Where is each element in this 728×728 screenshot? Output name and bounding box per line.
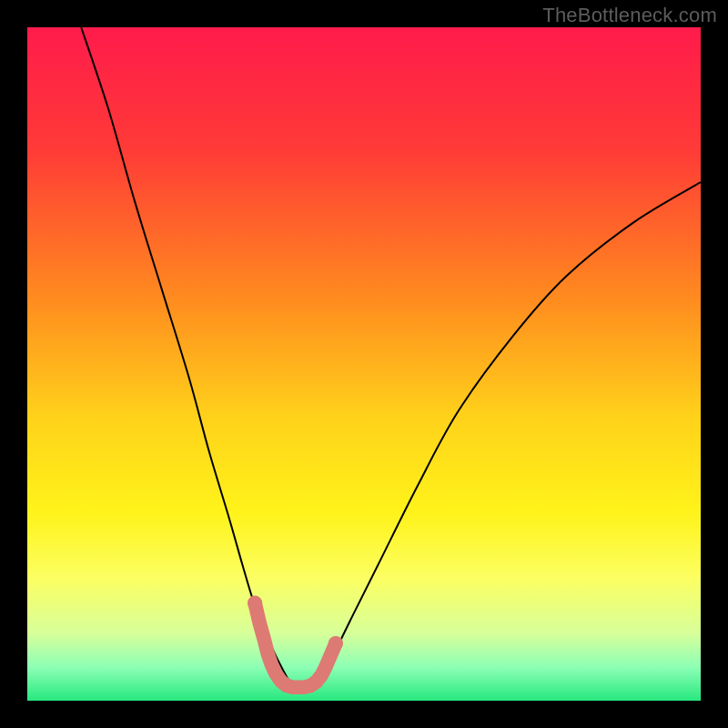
bottleneck-curve [81, 27, 701, 688]
watermark-text: TheBottleneck.com [542, 4, 717, 27]
chart-frame: TheBottleneck.com [0, 0, 728, 728]
highlight-markers [248, 596, 343, 688]
highlight-worm [255, 603, 336, 688]
curve-layer [27, 27, 701, 701]
plot-area [27, 27, 701, 701]
highlight-dot [248, 596, 262, 611]
highlight-dot [329, 636, 343, 651]
